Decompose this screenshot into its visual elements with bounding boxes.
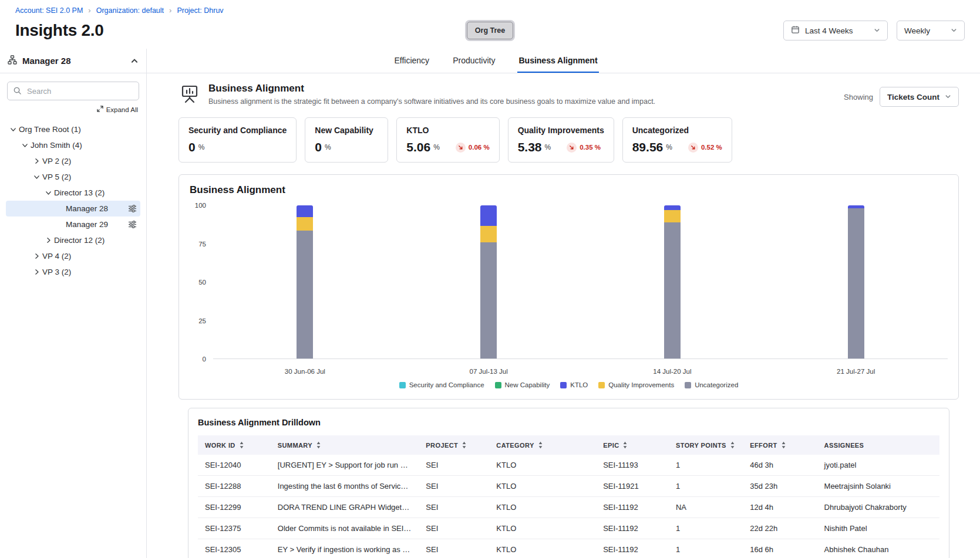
kpi-row: Security and Compliance0%New Capability0…	[179, 117, 959, 163]
tree-item-label: Manager 28	[66, 204, 108, 213]
tab-productivity[interactable]: Productivity	[452, 49, 496, 73]
kpi-unit: %	[545, 143, 551, 151]
kpi-value: 0	[315, 140, 322, 154]
column-header-story-points[interactable]: STORY POINTS	[669, 435, 743, 455]
sort-icon[interactable]	[730, 441, 735, 449]
search-icon	[13, 86, 22, 95]
chart-title: Business Alignment	[190, 184, 948, 196]
tree-item-label: VP 4 (2)	[42, 252, 71, 261]
cell-category: KTLO	[489, 539, 596, 558]
showing-label: Showing	[844, 93, 873, 102]
kpi-unit: %	[666, 143, 672, 151]
legend-label: New Capability	[505, 381, 550, 388]
column-header-project[interactable]: PROJECT	[419, 435, 489, 455]
bar-segment-quality-improvements	[297, 217, 313, 231]
bar-21-jul-27-jul[interactable]	[848, 205, 864, 359]
section-description: Business alignment is the strategic fit …	[208, 97, 655, 106]
column-label: CATEGORY	[496, 442, 534, 449]
sliders-icon[interactable]	[128, 220, 137, 229]
breadcrumb-link-project-dhruv[interactable]: Project: Dhruv	[177, 6, 223, 15]
org-tree-button[interactable]: Org Tree	[467, 22, 513, 39]
chevron-right-icon[interactable]	[31, 268, 42, 276]
collapse-sidebar-button[interactable]	[130, 57, 139, 65]
tree-item-vp-4-2[interactable]: VP 4 (2)	[6, 248, 140, 264]
tree-item-vp-2-2[interactable]: VP 2 (2)	[6, 153, 140, 169]
sort-icon[interactable]	[622, 441, 628, 449]
cell-work-id: SEI-12299	[198, 497, 271, 518]
topbar: Account: SEI 2.0 PM›Organization: defaul…	[0, 0, 980, 49]
cell-story-points: 1	[669, 455, 743, 476]
date-range-select[interactable]: Last 4 Weeks	[783, 21, 888, 40]
bar-segment-uncategorized	[664, 222, 681, 359]
chevron-right-icon[interactable]	[42, 236, 54, 244]
column-header-summary[interactable]: SUMMARY	[271, 435, 419, 455]
sort-icon[interactable]	[239, 441, 244, 449]
breadcrumb-link-organization-default[interactable]: Organization: default	[96, 6, 164, 15]
y-axis: 0255075100	[190, 205, 213, 359]
column-label: PROJECT	[426, 442, 458, 449]
chevron-down-icon[interactable]	[7, 126, 19, 133]
bar-14-jul-20-jul[interactable]	[664, 205, 681, 359]
tree-item-label: Org Tree Root (1)	[19, 125, 81, 134]
chevron-right-icon[interactable]	[31, 157, 42, 165]
tree-item-org-tree-root-1[interactable]: Org Tree Root (1)	[6, 121, 140, 137]
cell-category: KTLO	[489, 518, 596, 539]
tree-item-vp-5-2[interactable]: VP 5 (2)	[6, 169, 140, 185]
stacked-bar-chart: 0255075100	[190, 205, 948, 359]
kpi-title: Quality Improvements	[518, 126, 604, 135]
cell-effort: 35d 23h	[743, 476, 817, 497]
date-range-value: Last 4 Weeks	[805, 26, 868, 35]
tree-item-john-smith-4[interactable]: John Smith (4)	[6, 137, 140, 153]
sidebar-title: Manager 28	[22, 56, 125, 66]
chevron-down-icon[interactable]	[31, 173, 42, 181]
tree-item-director-13-2[interactable]: Director 13 (2)	[6, 185, 140, 201]
chevron-right-icon[interactable]	[31, 252, 42, 260]
legend-item-new-capability: New Capability	[495, 381, 550, 388]
search-input[interactable]	[7, 82, 139, 100]
presentation-chart-icon	[179, 83, 201, 105]
table-row-sei-12299[interactable]: SEI-12299DORA TREND LINE GRAPH Widgets i…	[198, 497, 939, 518]
breadcrumb-link-account-sei-2-0-pm[interactable]: Account: SEI 2.0 PM	[15, 6, 83, 15]
sliders-icon[interactable]	[128, 204, 137, 213]
showing-select[interactable]: Tickets Count	[880, 87, 959, 107]
column-header-assignees[interactable]: ASSIGNEES	[817, 435, 939, 455]
chevron-down-icon[interactable]	[19, 141, 31, 149]
page-title: Insights 2.0	[15, 21, 103, 40]
table-row-sei-12040[interactable]: SEI-12040[URGENT] EY > Support for job r…	[198, 455, 939, 476]
table-row-sei-12288[interactable]: SEI-12288Ingesting the last 6 months of …	[198, 476, 939, 497]
tree-item-director-12-2[interactable]: Director 12 (2)	[6, 232, 140, 248]
table-row-sei-12375[interactable]: SEI-12375Older Commits is not available …	[198, 518, 939, 539]
sort-icon[interactable]	[781, 441, 786, 449]
cell-epic: SEI-11921	[596, 476, 669, 497]
legend-swatch	[685, 382, 691, 388]
bar-30-jun-06-jul[interactable]	[297, 205, 313, 359]
interval-select[interactable]: Weekly	[897, 21, 965, 40]
cell-project: SEI	[419, 518, 489, 539]
column-header-category[interactable]: CATEGORY	[489, 435, 596, 455]
kpi-value: 0	[188, 140, 196, 154]
table-row-sei-12305[interactable]: SEI-12305EY > Verify if ingestion is wor…	[198, 539, 939, 558]
tab-business-alignment[interactable]: Business Alignment	[517, 49, 598, 73]
tree-item-vp-3-2[interactable]: VP 3 (2)	[6, 264, 140, 280]
tab-efficiency[interactable]: Efficiency	[393, 49, 430, 73]
cell-project: SEI	[419, 539, 489, 558]
sort-icon[interactable]	[316, 441, 321, 449]
org-tree: Org Tree Root (1)John Smith (4)VP 2 (2)V…	[0, 119, 146, 282]
expand-all-button[interactable]: Expand All	[0, 103, 146, 119]
tree-item-manager-29[interactable]: Manager 29	[6, 217, 140, 232]
chevron-down-icon[interactable]	[42, 189, 54, 197]
sort-icon[interactable]	[538, 441, 543, 449]
sort-icon[interactable]	[462, 441, 467, 449]
tree-item-manager-28[interactable]: Manager 28	[6, 201, 140, 217]
showing-value: Tickets Count	[887, 93, 939, 102]
kpi-title: Security and Compliance	[188, 126, 287, 135]
cell-assignees: jyoti.patel	[817, 455, 939, 476]
x-axis: 30 Jun-06 Jul07 Jul-13 Jul14 Jul-20 Jul2…	[213, 359, 948, 380]
bar-07-jul-13-jul[interactable]	[480, 205, 497, 359]
trend-down-icon	[567, 143, 577, 153]
kpi-delta-value: 0.35 %	[580, 144, 601, 151]
column-header-work-id[interactable]: WORK ID	[198, 435, 271, 455]
tree-item-label: VP 2 (2)	[42, 157, 71, 165]
column-header-effort[interactable]: EFFORT	[743, 435, 817, 455]
column-header-epic[interactable]: EPIC	[596, 435, 669, 455]
